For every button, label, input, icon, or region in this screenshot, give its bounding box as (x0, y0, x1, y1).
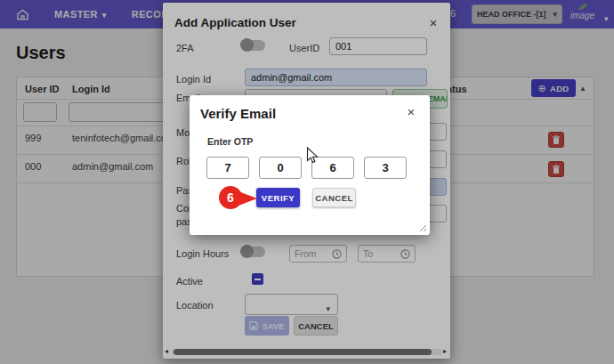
verify-button[interactable]: VERIFY (256, 188, 300, 207)
otp-digit-1-input[interactable] (206, 157, 249, 179)
verify-email-modal: Verify Email Enter OTP VERIFY CANCEL (190, 95, 430, 235)
cancel-button[interactable]: CANCEL (312, 188, 356, 207)
modal-title: Verify Email (200, 106, 276, 121)
otp-digit-2-input[interactable] (259, 157, 302, 179)
otp-label: Enter OTP (207, 136, 253, 147)
annotation-arrow-icon (238, 191, 257, 206)
close-icon[interactable] (405, 106, 417, 118)
resize-handle-icon[interactable] (419, 224, 427, 232)
app-window: MASTER RECORD ENQUIRY 6 HEAD OFFICE -[1]… (0, 0, 614, 364)
cancel-button-label: CANCEL (315, 193, 353, 203)
otp-digit-4-input[interactable] (364, 157, 407, 179)
verify-button-label: VERIFY (262, 193, 295, 203)
mouse-cursor-icon (306, 147, 319, 165)
